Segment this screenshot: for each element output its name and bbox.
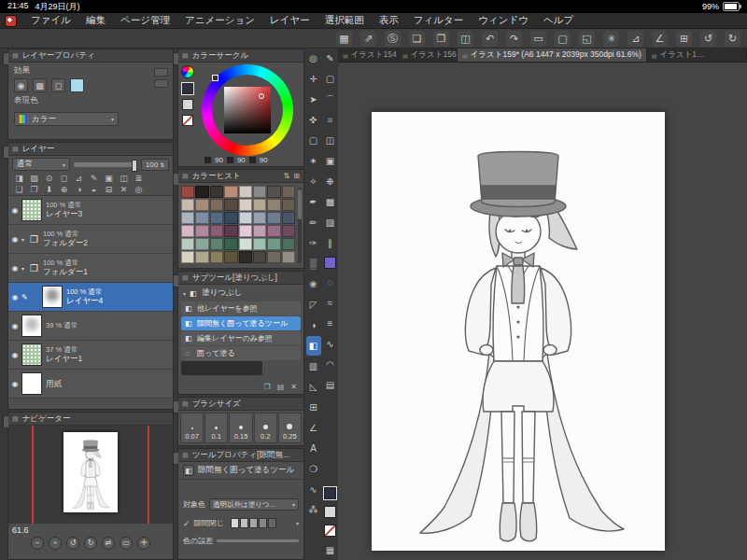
sort-icon[interactable]: ⇅	[284, 172, 290, 180]
palette-color-icon[interactable]: ▣	[103, 174, 115, 183]
ruler-pin-icon[interactable]: ∥	[323, 233, 338, 253]
sub-color-chip[interactable]	[182, 99, 193, 110]
auto-select-tool[interactable]: ✶	[306, 151, 321, 171]
transfer-layer-icon[interactable]: ⬇	[43, 185, 55, 194]
edit-icon[interactable]: ✎	[323, 49, 338, 68]
mask-icon[interactable]: ◑	[73, 185, 85, 194]
lock-layer-icon[interactable]: ⊙	[43, 174, 55, 183]
layer-property-header[interactable]: ▤ レイヤープロパティ	[8, 49, 173, 63]
rotate-right-button[interactable]: ↻	[84, 537, 97, 550]
gradient-tool[interactable]: ▥	[306, 357, 321, 376]
operation-tool[interactable]: ➤	[306, 90, 321, 109]
transparent-color-chip[interactable]	[182, 115, 193, 126]
snap-ruler-icon[interactable]: ⊿	[627, 31, 643, 47]
fit-to-screen-button[interactable]: ✛	[137, 537, 150, 550]
zoom-tool[interactable]: ◎	[306, 49, 321, 68]
hue-ring[interactable]	[202, 64, 293, 156]
color-swatch[interactable]	[282, 186, 295, 198]
brush-size-preset[interactable]: 0.25	[278, 413, 302, 443]
color-swatch[interactable]	[267, 225, 280, 237]
folder-expand-icon[interactable]: ▾	[21, 265, 30, 272]
add-color-icon[interactable]: ⊞	[293, 172, 300, 180]
color-swatch[interactable]	[267, 199, 280, 211]
drawing-color-chip[interactable]	[324, 257, 336, 269]
color-swatch[interactable]	[239, 186, 252, 198]
brush-size-header[interactable]: ▤ ブラシサイズ	[178, 398, 303, 411]
vector-icon[interactable]: ∿	[323, 334, 338, 354]
color-margin-slider[interactable]	[217, 539, 299, 542]
memo-icon[interactable]: ▤	[323, 375, 338, 395]
color-swatch[interactable]	[282, 251, 295, 263]
border-effect-icon[interactable]: ◉	[14, 78, 28, 92]
select-area-icon[interactable]: ▢	[323, 69, 338, 89]
color-swatch[interactable]	[224, 225, 237, 237]
color-swatch[interactable]	[253, 186, 266, 198]
color-swatch[interactable]	[195, 238, 208, 250]
share-icon[interactable]: ⇗	[360, 31, 376, 47]
zoom-out-button[interactable]: −	[31, 537, 44, 550]
brush-tool[interactable]: ✑	[306, 233, 321, 253]
color-swatch[interactable]	[224, 186, 237, 198]
eye-icon[interactable]: ◉	[8, 351, 21, 359]
frame-border-tool[interactable]: ⊞	[306, 398, 321, 417]
transparent-color-swatch[interactable]	[324, 525, 336, 537]
rotate-left-button[interactable]: ↺	[66, 537, 79, 550]
panel-option-button[interactable]	[154, 79, 168, 88]
color-swatch[interactable]	[282, 212, 295, 224]
arc-icon[interactable]: ◠	[323, 355, 338, 374]
invert-selection-icon[interactable]: ◱	[579, 31, 595, 47]
brush-size-preset[interactable]: 0.07	[180, 413, 204, 443]
color-swatch[interactable]	[267, 186, 280, 198]
balloon-tool[interactable]: ❍	[306, 459, 321, 479]
saturation-value-square[interactable]	[224, 87, 271, 133]
layer-color-chip[interactable]	[70, 78, 84, 92]
selection-launcher-icon[interactable]: ✳	[603, 31, 619, 47]
opacity-input[interactable]: 100 ⇅	[141, 159, 169, 171]
workspace-icon[interactable]: ▦	[336, 31, 352, 47]
blend-tool[interactable]: ◑	[306, 315, 321, 335]
opacity-slider[interactable]	[74, 162, 137, 167]
layer-row[interactable]: ◉用紙	[8, 370, 173, 399]
layer-row[interactable]: ◉✎100 % 通常レイヤー4	[8, 283, 173, 312]
deselect-icon[interactable]: ▢	[555, 31, 571, 47]
color-swatch[interactable]	[239, 212, 252, 224]
menu-item[interactable]: 編集	[78, 14, 113, 27]
color-swatch[interactable]	[253, 212, 266, 224]
document-tab[interactable]: ▤イラスト159* (A6 1447 x 2039px 350dpi 61.6%…	[458, 49, 647, 62]
tool-property-header[interactable]: ▤ ツールプロパティ[隙間無...	[178, 449, 303, 462]
color-swatch[interactable]	[181, 225, 194, 237]
color-swatch[interactable]	[210, 212, 223, 224]
airbrush-tool[interactable]: ▒	[306, 254, 321, 273]
color-swatch[interactable]	[224, 199, 237, 211]
scrollbar[interactable]	[298, 188, 302, 263]
color-swatch[interactable]	[181, 186, 194, 198]
rotate-canvas-right-icon[interactable]: ↻	[725, 31, 740, 47]
gap-segment[interactable]	[231, 518, 239, 528]
color-swatch[interactable]	[181, 251, 194, 263]
layer-row[interactable]: ◉37 % 通常レイヤー1	[8, 341, 173, 370]
menu-item[interactable]: ヘルプ	[536, 14, 581, 27]
spray-icon[interactable]: ❉	[323, 172, 338, 191]
undo-icon[interactable]: ↶	[482, 31, 498, 47]
move-tool[interactable]: ✛	[306, 69, 321, 89]
rotate-canvas-left-icon[interactable]: ↺	[700, 31, 716, 47]
canvas-area[interactable]	[338, 63, 747, 560]
delete-layer-icon[interactable]: ✕	[118, 185, 130, 194]
target-color-dropdown[interactable]: 透明以外は塗りつ... ▾	[209, 498, 299, 511]
duplicate-subtool-icon[interactable]: ❐	[264, 383, 271, 391]
mix-icon[interactable]: ≈	[323, 293, 338, 313]
color-swatch[interactable]	[210, 199, 223, 211]
color-swatch[interactable]	[239, 225, 252, 237]
ruler-tool[interactable]: ∠	[306, 418, 321, 438]
folder-expand-icon[interactable]: ▾	[21, 236, 30, 243]
draft-icon[interactable]: ✎	[88, 174, 100, 183]
merge-layer-icon[interactable]: ⊕	[58, 185, 70, 194]
color-swatch[interactable]	[253, 199, 266, 211]
document-tab[interactable]: ▤イラスト154(…	[338, 49, 398, 62]
color-swatch[interactable]	[224, 238, 237, 250]
color-swatch[interactable]	[224, 251, 237, 263]
brush-size-preset[interactable]: 0.2	[254, 413, 277, 443]
pen-tool[interactable]: ✒	[306, 192, 321, 212]
decoration-tool[interactable]: ❀	[306, 274, 321, 294]
color-swatch[interactable]	[267, 251, 280, 263]
